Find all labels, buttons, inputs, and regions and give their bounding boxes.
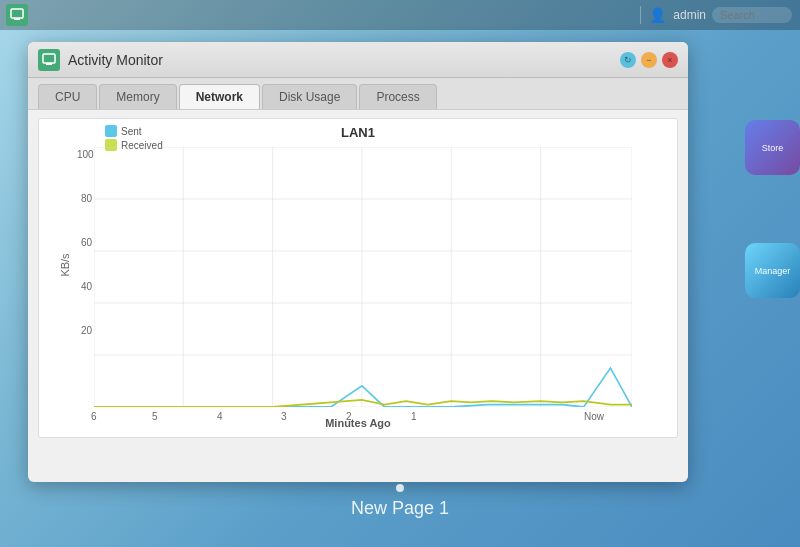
top-bar: 👤 admin	[0, 0, 800, 30]
tab-memory[interactable]: Memory	[99, 84, 176, 109]
x-axis-label: Minutes Ago	[325, 417, 391, 429]
x-tick-3: 3	[281, 411, 287, 422]
minimize-button[interactable]: −	[641, 52, 657, 68]
y-tick-20: 20	[81, 325, 92, 336]
close-button[interactable]: ×	[662, 52, 678, 68]
tab-process[interactable]: Process	[359, 84, 436, 109]
tab-network[interactable]: Network	[179, 84, 260, 109]
manager-icon-button[interactable]: Manager	[745, 243, 800, 298]
username-label: admin	[673, 8, 706, 22]
x-tick-4: 4	[217, 411, 223, 422]
x-tick-5: 5	[152, 411, 158, 422]
y-axis-label: KB/s	[59, 253, 71, 276]
tab-disk-usage[interactable]: Disk Usage	[262, 84, 357, 109]
chart-container: LAN1 Sent Received KB/s	[38, 118, 678, 438]
tab-cpu[interactable]: CPU	[38, 84, 97, 109]
y-tick-40: 40	[81, 281, 92, 292]
activity-monitor-window: Activity Monitor ↻ − × CPU Memory Networ…	[28, 42, 688, 482]
app-icon	[38, 49, 60, 71]
svg-rect-0	[11, 9, 23, 18]
page-indicator: New Page 1	[351, 484, 449, 519]
svg-rect-1	[14, 18, 20, 20]
network-chart-svg	[94, 147, 632, 407]
svg-rect-2	[43, 54, 55, 63]
x-tick-1: 1	[411, 411, 417, 422]
user-icon: 👤	[647, 5, 667, 25]
right-sidebar: Store Manager	[745, 120, 800, 298]
sent-color	[105, 125, 117, 137]
window-controls: ↻ − ×	[620, 52, 678, 68]
taskbar-app-icon[interactable]	[6, 4, 28, 26]
app-monitor-icon	[42, 53, 56, 67]
store-icon-button[interactable]: Store	[745, 120, 800, 175]
x-tick-6: 6	[91, 411, 97, 422]
top-bar-divider	[640, 6, 641, 24]
manager-label: Manager	[755, 266, 791, 276]
tab-bar: CPU Memory Network Disk Usage Process	[28, 78, 688, 110]
y-tick-80: 80	[81, 193, 92, 204]
window-title: Activity Monitor	[68, 52, 612, 68]
y-tick-60: 60	[81, 237, 92, 248]
page-label: New Page 1	[351, 498, 449, 519]
y-tick-100: 100	[77, 149, 94, 160]
store-label: Store	[762, 143, 784, 153]
refresh-button[interactable]: ↻	[620, 52, 636, 68]
window-titlebar: Activity Monitor ↻ − ×	[28, 42, 688, 78]
svg-rect-3	[46, 63, 52, 65]
legend-sent: Sent	[105, 125, 163, 137]
search-input[interactable]	[712, 7, 792, 23]
monitor-icon	[10, 8, 24, 22]
legend-sent-label: Sent	[121, 126, 142, 137]
x-tick-now: Now	[584, 411, 604, 422]
page-dot	[396, 484, 404, 492]
